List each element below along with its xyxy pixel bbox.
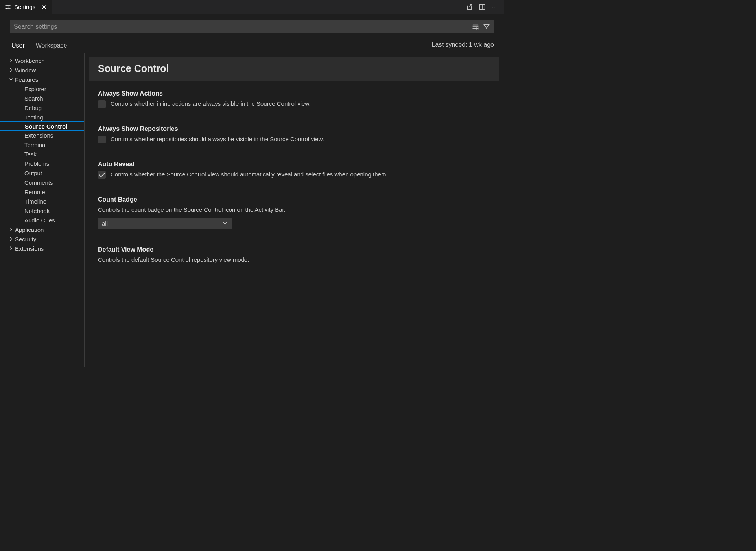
tree-item-features[interactable]: Features [0,75,84,84]
scope-tab-workspace[interactable]: Workspace [34,40,69,53]
open-settings-json-icon[interactable] [466,4,473,11]
settings-content: Source Control Always Show Actions Contr… [85,53,504,367]
tree-item-terminal[interactable]: Terminal [0,140,84,149]
chevron-right-icon [8,57,14,64]
svg-point-4 [8,6,9,7]
setting-desc: Controls the count badge on the Source C… [98,206,420,214]
setting-desc: Controls the default Source Control repo… [98,255,420,264]
setting-always-show-repositories: Always Show Repositories Controls whethe… [89,125,499,161]
setting-title: Always Show Repositories [98,125,490,132]
tree-item-label: Extensions [24,132,53,139]
setting-count-badge: Count Badge Controls the count badge on … [89,196,499,246]
checkbox-always-show-actions[interactable] [98,100,106,108]
split-editor-icon[interactable] [479,4,486,11]
tree-item-label: Workbench [15,57,45,64]
clear-search-icon[interactable] [472,23,479,30]
tree-item-label: Task [24,151,37,158]
select-count-badge[interactable]: all [98,218,232,229]
tree-item-label: Explorer [24,86,46,92]
checkbox-auto-reveal[interactable] [98,171,106,179]
tree-item-label: Source Control [25,123,67,130]
setting-always-show-actions: Always Show Actions Controls whether inl… [89,90,499,125]
tree-item-workbench[interactable]: Workbench [0,56,84,65]
tree-item-task[interactable]: Task [0,149,84,159]
tab-bar: Settings [0,0,504,14]
tree-item-extensions[interactable]: Extensions [0,130,84,140]
scope-row: User Workspace Last synced: 1 wk ago [0,37,504,53]
search-settings-input[interactable] [14,23,472,30]
tree-item-timeline[interactable]: Timeline [0,197,84,206]
last-synced-text: Last synced: 1 wk ago [432,41,494,51]
select-value: all [102,220,108,227]
tab-title: Settings [14,4,35,10]
tree-item-label: Security [15,236,36,242]
tree-item-explorer[interactable]: Explorer [0,84,84,94]
setting-title: Always Show Actions [98,90,490,97]
tree-item-application[interactable]: Application [0,225,84,234]
section-header: Source Control [89,57,499,81]
svg-point-5 [6,8,7,9]
setting-desc: Controls whether inline actions are alwa… [111,99,311,108]
tree-item-source-control[interactable]: Source Control [0,121,84,131]
tree-item-label: Extensions [15,245,44,252]
tree-item-window[interactable]: Window [0,65,84,75]
tree-item-label: Application [15,226,44,233]
chevron-right-icon [8,245,14,252]
svg-point-10 [492,6,493,7]
chevron-down-icon [8,76,14,83]
tree-item-output[interactable]: Output [0,168,84,178]
tree-item-label: Features [15,76,38,83]
close-tab-icon[interactable] [41,4,47,10]
tree-item-audio-cues[interactable]: Audio Cues [0,215,84,225]
tree-item-label: Search [24,95,43,102]
tree-item-label: Notebook [24,208,50,214]
tree-item-remote[interactable]: Remote [0,187,84,197]
tree-item-extensions[interactable]: Extensions [0,244,84,253]
scope-tab-user[interactable]: User [10,40,26,53]
tab-actions [461,4,504,11]
tree-item-security[interactable]: Security [0,234,84,244]
tree-item-label: Testing [24,114,43,121]
tree-item-label: Debug [24,105,42,111]
tree-item-comments[interactable]: Comments [0,178,84,187]
tree-item-label: Problems [24,160,49,167]
checkbox-always-show-repositories[interactable] [98,136,106,143]
tree-item-testing[interactable]: Testing [0,112,84,122]
chevron-right-icon [8,67,14,73]
tree-item-label: Timeline [24,198,46,205]
filter-icon[interactable] [483,23,490,30]
svg-point-12 [497,6,498,7]
search-settings-box [10,20,494,33]
tree-item-search[interactable]: Search [0,94,84,103]
tree-item-debug[interactable]: Debug [0,103,84,112]
chevron-down-icon [222,220,228,226]
chevron-right-icon [8,236,14,242]
tree-item-label: Window [15,67,36,73]
settings-tree: WorkbenchWindowFeaturesExplorerSearchDeb… [0,53,85,367]
setting-desc: Controls whether repositories should alw… [111,135,324,143]
tree-item-label: Audio Cues [24,217,55,224]
chevron-right-icon [8,226,14,233]
tree-item-label: Comments [24,179,53,186]
setting-title: Count Badge [98,196,490,203]
svg-point-11 [494,6,495,7]
tree-item-notebook[interactable]: Notebook [0,206,84,215]
tree-item-problems[interactable]: Problems [0,159,84,168]
setting-desc: Controls whether the Source Control view… [111,170,388,178]
svg-point-3 [7,5,8,6]
setting-auto-reveal: Auto Reveal Controls whether the Source … [89,161,499,196]
tab-settings[interactable]: Settings [0,0,52,14]
tree-item-label: Terminal [24,141,47,148]
setting-default-view-mode: Default View Mode Controls the default S… [89,246,499,264]
setting-title: Auto Reveal [98,161,490,168]
more-actions-icon[interactable] [491,4,498,11]
setting-title: Default View Mode [98,246,490,253]
settings-tab-icon [5,4,11,10]
tree-item-label: Output [24,170,42,176]
tree-item-label: Remote [24,189,45,195]
